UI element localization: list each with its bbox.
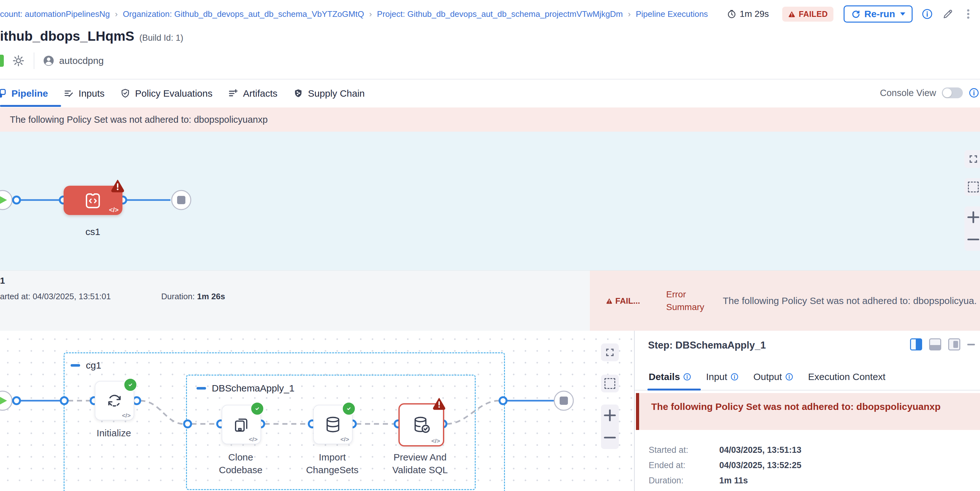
chevron-right-icon: › [628,9,631,19]
info-icon [683,373,691,381]
collapse-icon[interactable] [197,387,206,389]
step-label-clone-codebase: Clone Codebase [214,451,268,477]
pipeline-title: ithub_dbops_LHqmS [0,29,134,44]
step-panel-title: Step: DBSchemaApply_1 [648,340,766,351]
zoom-out-button[interactable] [601,427,619,449]
stage-graph-canvas[interactable]: </> cs1 [0,132,980,270]
console-view-control: Console View [880,79,971,107]
code-glyph: </> [249,436,258,443]
execution-graph-canvas[interactable]: cg1 DBSchemaApply_1 </> Initialize [0,331,634,491]
stage-started-at: arted at: 04/03/2025, 13:51:01 [0,292,111,302]
marquee-icon [968,181,979,192]
panel-active-tab-underline [648,389,701,391]
tab-policy-evaluations[interactable]: Policy Evaluations [120,88,212,99]
zoom-in-button[interactable] [964,207,980,229]
zoom-controls [964,207,980,251]
edit-pencil-icon[interactable] [942,8,954,20]
collapse-icon[interactable] [71,364,80,367]
stage-node-cs1[interactable]: </> [64,186,123,215]
layout-floating-button[interactable] [948,338,960,350]
fullscreen-button[interactable] [964,150,980,168]
tab-label: Supply Chain [308,88,365,99]
panel-tab-input[interactable]: Input [706,372,739,382]
stage-error-summary: FAIL... Error Summary The following Poli… [590,271,980,331]
breadcrumb-organization[interactable]: Organization: Github_db_devops_aut_db_sc… [123,9,364,19]
duration-text: 1m 29s [740,9,769,19]
tab-label: Input [706,372,727,382]
group-label-cg1[interactable]: cg1 [71,360,101,371]
detail-row-started: Started at: 04/03/2025, 13:51:13 [649,445,801,455]
inputs-icon [63,88,74,99]
step-error-message: The following Policy Set was not adhered… [651,401,969,412]
marquee-select-button[interactable] [601,375,619,392]
execution-section: cg1 DBSchemaApply_1 </> Initialize [0,331,980,491]
error-summary-message: The following Policy Set was not adhered… [723,296,977,306]
zoom-out-button[interactable] [964,229,980,251]
info-icon[interactable] [969,87,979,98]
toggle-knob [943,88,952,97]
panel-tab-execution-context[interactable]: Execution Context [808,372,885,382]
clock-icon [727,9,737,19]
tab-supply-chain[interactable]: Supply Chain [293,88,365,99]
tab-artifacts[interactable]: Artifacts [228,88,277,99]
tab-label: Artifacts [243,88,277,99]
tab-label: Output [753,372,782,382]
step-details-panel: Step: DBSchemaApply_1 Details Input [634,331,980,491]
database-icon [324,415,342,434]
duration-value: 1m 26s [197,292,225,302]
fullscreen-button[interactable] [601,343,619,361]
step-error-box: The following Policy Set was not adhered… [636,393,980,430]
tab-inputs[interactable]: Inputs [63,88,105,99]
stage-status-icon [0,55,4,67]
stage-graph-edges [0,132,980,270]
layout-bottom-button[interactable] [929,338,941,350]
panel-minimize-button[interactable] [967,344,975,345]
initialize-refresh-icon [105,391,124,410]
panel-tab-details[interactable]: Details [649,372,691,382]
gear-icon[interactable] [12,54,25,67]
tab-pipeline[interactable]: Pipeline [0,88,48,99]
top-bar-actions: 1m 29s FAILED Re-run [727,0,974,28]
duration-label: Duration: [161,292,195,302]
policy-warning-banner: The following Policy Set was not adhered… [0,108,980,132]
step-node-initialize[interactable]: </> [95,381,134,420]
zoom-in-button[interactable] [601,405,619,427]
fail-badge-text: FAIL... [615,296,640,306]
user-avatar-icon [43,55,55,67]
chevron-right-icon: › [369,9,372,19]
group-label-dbschemaapply[interactable]: DBSchemaApply_1 [197,383,294,394]
tab-label: Policy Evaluations [135,88,212,99]
info-icon [785,373,793,381]
ended-at-label: Ended at: [649,461,719,470]
detail-row-ended: Ended at: 04/03/2025, 13:52:25 [649,461,801,470]
breadcrumb-pipeline-executions[interactable]: Pipeline Executions [636,9,708,19]
console-view-toggle[interactable] [942,87,963,98]
refresh-icon [851,9,861,19]
started-label: arted at: [0,292,30,302]
panel-layout-controls [910,338,975,350]
marquee-select-button[interactable] [964,178,980,196]
failed-warning-badge [110,179,125,193]
breadcrumb-account[interactable]: count: automationPipelinesNg [0,9,110,19]
tab-label: Pipeline [11,88,48,99]
warning-icon [788,10,795,18]
tab-label: Inputs [78,88,105,99]
step-node-clone-codebase[interactable]: </> [222,405,261,444]
info-icon[interactable] [921,8,933,20]
layout-split-right-button[interactable] [910,338,922,350]
panel-tab-output[interactable]: Output [753,372,793,382]
stage-name: 1 [0,276,5,286]
group-name: cg1 [86,360,101,371]
marquee-icon [605,378,615,389]
error-summary-label: Error Summary [666,288,714,313]
step-node-import-changesets[interactable]: </> [313,405,353,444]
stage-duration: Duration: 1m 26s [161,292,225,302]
stage-node-label: cs1 [67,226,118,237]
rerun-button[interactable]: Re-run [843,5,913,22]
step-node-preview-validate-sql[interactable]: </> [398,403,444,447]
breadcrumb-project[interactable]: Project: Github_db_devops_aut_db_schema_… [377,9,623,19]
kebab-menu-icon[interactable] [963,8,974,21]
supply-chain-shield-icon [293,88,304,99]
clone-codebase-icon [232,415,251,434]
status-text: FAILED [799,10,828,19]
